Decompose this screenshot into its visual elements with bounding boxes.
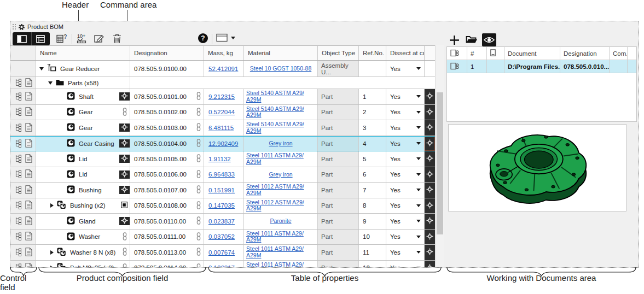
- table-view-toggle[interactable]: [31, 32, 50, 45]
- cell-name[interactable]: Lid: [36, 167, 130, 183]
- mass-link[interactable]: 12.902409: [204, 140, 238, 147]
- cell-name[interactable]: Gear Reducer: [36, 61, 130, 77]
- material-link[interactable]: Paronite: [244, 218, 317, 225]
- structure-icon[interactable]: [14, 232, 22, 242]
- layout-dropdown-button[interactable]: [216, 33, 235, 42]
- scrollbar-thumb[interactable]: [437, 92, 443, 234]
- material-link[interactable]: Grey iron: [244, 140, 317, 147]
- dissect-dropdown[interactable]: Yes: [386, 245, 425, 260]
- set-quantity-button[interactable]: 10+: [75, 33, 91, 45]
- material-link[interactable]: Steel 1012 ASTM A29/ A29M: [244, 199, 317, 212]
- panel-view-toggle[interactable]: [13, 32, 31, 45]
- cell-designation[interactable]: 078.505.0.0105.00: [130, 151, 204, 167]
- cell-designation[interactable]: 078.505.0.0103.00: [130, 120, 204, 136]
- bom-row[interactable]: Gear Reducer078.505.9.0100.0052.412091St…: [10, 61, 435, 77]
- dissect-dropdown[interactable]: Yes: [386, 120, 425, 136]
- delete-button[interactable]: [110, 33, 124, 45]
- bom-row[interactable]: Gear Casing078.505.0.0104.0012.902409Gre…: [10, 136, 435, 152]
- cell-designation[interactable]: 078.505.9.0100.00: [130, 61, 204, 77]
- structure-icon[interactable]: [14, 154, 22, 164]
- cell-designation[interactable]: 078.505.0.0107.00: [130, 183, 204, 198]
- cell-designation[interactable]: 078.505.0.0110.00: [130, 214, 204, 229]
- dissect-dropdown[interactable]: Yes: [386, 214, 425, 229]
- structure-icon[interactable]: [14, 169, 22, 179]
- fixation-cell-button[interactable]: [425, 183, 435, 198]
- state-square-icon[interactable]: [121, 202, 127, 209]
- bom-row[interactable]: Parts (x58): [10, 77, 435, 89]
- structure-icon[interactable]: [14, 123, 22, 133]
- cell-designation[interactable]: 078.505.0.0108.00: [130, 198, 204, 214]
- bom-row[interactable]: Bushing (x2)078.505.0.0108.000.147035Ste…: [10, 198, 435, 214]
- cell-name[interactable]: Washer 8 N (x8): [36, 245, 130, 260]
- material-link[interactable]: Grey iron: [244, 172, 317, 178]
- cell-name[interactable]: Shaft: [36, 89, 130, 104]
- material-link[interactable]: Steel 1012 ASTM A29/ A29M: [244, 184, 317, 196]
- structure-icon[interactable]: [14, 248, 22, 257]
- cell-name[interactable]: Lid: [36, 151, 130, 167]
- calculate-button[interactable]: ?: [55, 33, 69, 45]
- column-header[interactable]: Name: [36, 46, 130, 60]
- bom-row[interactable]: Washer 8 N (x8)078.505.0.0113.000.007674…: [10, 245, 435, 261]
- bom-row[interactable]: Bushing078.505.0.0107.000.151991Steel 10…: [10, 183, 435, 198]
- cell-name[interactable]: Bushing: [36, 183, 130, 198]
- fixation-cell-button[interactable]: [425, 105, 435, 120]
- vertical-scrollbar[interactable]: [435, 45, 444, 268]
- show-preview-button[interactable]: [482, 33, 496, 46]
- dissect-dropdown[interactable]: Yes: [386, 198, 425, 214]
- fixation-cell-button[interactable]: [425, 89, 435, 104]
- material-link[interactable]: Steel 1011 ASTM A29/ A29M: [244, 246, 317, 258]
- report-icon[interactable]: [25, 169, 32, 179]
- report-icon[interactable]: [25, 92, 32, 102]
- bom-row[interactable]: Gland078.505.0.0110.000.023837ParonitePa…: [10, 214, 435, 230]
- dissect-dropdown[interactable]: Yes: [386, 105, 425, 120]
- mass-link[interactable]: 9.212315: [204, 93, 235, 100]
- report-icon[interactable]: [25, 232, 32, 242]
- mass-link[interactable]: 0.007674: [204, 249, 235, 256]
- bom-row[interactable]: Shaft078.505.0.0101.009.212315Steel 5140…: [10, 89, 435, 105]
- doc-num-column-header[interactable]: #: [467, 47, 487, 60]
- report-icon[interactable]: [25, 123, 32, 133]
- column-header[interactable]: Designation: [130, 46, 204, 60]
- expand-closed-icon[interactable]: [50, 250, 54, 255]
- material-link[interactable]: Steel 1011 ASTM A29/ A29M: [244, 231, 317, 243]
- dissect-dropdown[interactable]: Yes: [386, 230, 425, 245]
- report-icon[interactable]: [25, 185, 32, 195]
- doc-designation-column-header[interactable]: Designation: [560, 47, 610, 60]
- dissect-dropdown[interactable]: Yes: [386, 61, 425, 77]
- mass-link[interactable]: 0.023837: [204, 218, 235, 225]
- fixation-button[interactable]: [119, 170, 130, 179]
- expand-open-icon[interactable]: [39, 67, 44, 70]
- fixation-button[interactable]: [119, 139, 130, 148]
- fixation-cell-button[interactable]: [425, 245, 435, 260]
- report-icon[interactable]: [25, 216, 32, 226]
- mass-link[interactable]: 52.412091: [204, 66, 238, 72]
- cell-designation[interactable]: 078.505.0.0113.00: [130, 245, 204, 260]
- fixation-cell-button[interactable]: [425, 120, 435, 136]
- column-header[interactable]: Dissect at cuts: [386, 46, 425, 60]
- cell-designation[interactable]: 078.505.0.0102.00: [130, 105, 204, 120]
- cell-name[interactable]: Gear: [36, 105, 130, 120]
- material-link[interactable]: Steel 5140 ASTM A29/ A29M: [244, 121, 317, 134]
- fixation-cell-button[interactable]: [425, 137, 435, 151]
- bom-row[interactable]: Gear078.505.0.0103.006.481115Steel 5140 …: [10, 120, 435, 136]
- cell-designation[interactable]: 078.505.0.0111.00: [130, 230, 204, 245]
- mass-link[interactable]: 6.481115: [204, 125, 234, 131]
- fixation-cell-button[interactable]: [425, 151, 435, 167]
- cell-name[interactable]: Gland: [36, 214, 130, 229]
- mass-link[interactable]: 0.037052: [204, 233, 235, 240]
- report-icon[interactable]: [25, 154, 32, 164]
- mass-link[interactable]: 0.147035: [204, 202, 235, 209]
- cell-designation[interactable]: 078.505.0.0106.00: [130, 167, 204, 183]
- add-document-button[interactable]: [447, 33, 461, 46]
- help-button[interactable]: ?: [198, 33, 208, 43]
- structure-icon[interactable]: [14, 107, 22, 117]
- cell-name[interactable]: Gear: [36, 120, 130, 136]
- structure-icon[interactable]: [14, 139, 22, 149]
- cell-name[interactable]: Gear Casing: [36, 137, 130, 151]
- bom-row[interactable]: Lid078.505.0.0106.006.964833Grey ironPar…: [10, 167, 435, 183]
- material-link[interactable]: Steel 1011 ASTM A29/ A29M: [244, 152, 317, 165]
- structure-icon[interactable]: [14, 92, 22, 102]
- structure-icon[interactable]: [14, 201, 22, 210]
- fixation-cell-button[interactable]: [425, 214, 435, 229]
- cell-designation[interactable]: 078.505.0.0104.00: [130, 137, 204, 151]
